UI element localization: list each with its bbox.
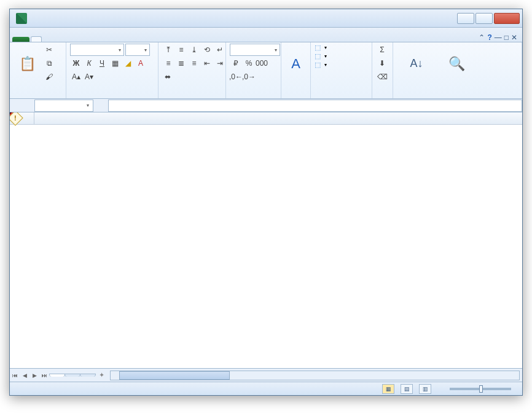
horizontal-scrollbar[interactable]	[110, 371, 520, 380]
font-name-combo[interactable]: ▾	[70, 44, 124, 56]
tab-review[interactable]	[86, 36, 97, 42]
page-break-view-button[interactable]: ▥	[419, 384, 431, 394]
zoom-slider[interactable]	[450, 388, 511, 390]
excel-logo-icon	[16, 13, 27, 24]
italic-button[interactable]: К	[83, 57, 95, 69]
find-icon: 🔍	[447, 55, 466, 73]
undo-button[interactable]	[45, 12, 59, 25]
tab-home[interactable]	[31, 36, 42, 42]
file-tab[interactable]	[12, 37, 29, 42]
name-box[interactable]: ▾	[34, 100, 93, 112]
new-sheet-button[interactable]: ✦	[95, 371, 108, 379]
tab-layout[interactable]	[53, 36, 64, 42]
paste-button[interactable]: 📋	[14, 44, 41, 84]
maximize-button[interactable]	[475, 13, 493, 24]
clipboard-icon: 📋	[18, 55, 36, 73]
tab-developer[interactable]	[108, 36, 119, 42]
sort-filter-button[interactable]: A↓	[397, 44, 436, 84]
tab-formulas[interactable]	[64, 36, 75, 42]
sheet-tab-1[interactable]	[49, 374, 65, 377]
clear-button[interactable]: ⌫	[376, 71, 388, 83]
doc-close-icon[interactable]: ✕	[511, 33, 517, 42]
merge-button[interactable]: ⬌	[162, 71, 173, 83]
currency-button[interactable]: ₽	[230, 57, 242, 69]
number-group-label	[230, 96, 277, 98]
tab-addins[interactable]	[119, 36, 130, 42]
doc-minimize-icon[interactable]: —	[495, 33, 502, 42]
copy-button[interactable]: ⧉	[43, 57, 55, 69]
shrink-font-button[interactable]: A▾	[83, 71, 95, 83]
bold-button[interactable]: Ж	[70, 57, 82, 69]
sheet-nav-next[interactable]: ▶	[29, 371, 39, 380]
increase-indent-button[interactable]: ⇥	[214, 57, 226, 69]
minimize-button[interactable]	[457, 13, 474, 24]
cut-button[interactable]: ✂	[43, 44, 55, 56]
wrap-text-button[interactable]: ↵	[214, 44, 226, 56]
increase-decimal-button[interactable]: ,0←	[230, 71, 242, 83]
help-icon[interactable]: ?	[487, 33, 491, 42]
qat-more-button[interactable]	[75, 12, 88, 25]
comma-button[interactable]: 000	[256, 57, 268, 69]
align-right-button[interactable]: ≡	[188, 57, 200, 69]
underline-button[interactable]: Ч	[96, 57, 108, 69]
font-group-label	[70, 96, 154, 98]
redo-button[interactable]	[60, 12, 74, 25]
tab-abbyy[interactable]	[141, 36, 152, 42]
tab-data[interactable]	[75, 36, 86, 42]
normal-view-button[interactable]: ▦	[382, 384, 394, 394]
fill-color-button[interactable]: ◢	[122, 57, 134, 69]
formula-bar-input[interactable]	[108, 100, 522, 112]
tab-view[interactable]	[97, 36, 108, 42]
clipboard-group-label	[14, 96, 62, 98]
ribbon-minimize-icon[interactable]: ⌃	[479, 33, 485, 42]
align-group-label	[162, 96, 222, 98]
tab-insert[interactable]	[42, 36, 53, 42]
border-button[interactable]: ▦	[109, 57, 121, 69]
styles-button[interactable]: A	[285, 44, 307, 84]
decrease-indent-button[interactable]: ⇤	[201, 57, 213, 69]
format-cells-button[interactable]: ⬚▾	[315, 61, 327, 69]
sheet-tab-3[interactable]	[80, 374, 96, 377]
align-bottom-button[interactable]: ⤓	[188, 44, 200, 56]
grow-font-button[interactable]: A▴	[70, 71, 82, 83]
align-middle-button[interactable]: ≡	[175, 44, 187, 56]
align-top-button[interactable]: ⤒	[162, 44, 174, 56]
font-size-combo[interactable]: ▾	[125, 44, 150, 56]
orientation-button[interactable]: ⟲	[201, 44, 213, 56]
percent-button[interactable]: %	[243, 57, 255, 69]
styles-icon: A	[287, 55, 305, 73]
font-color-button[interactable]: A	[135, 57, 147, 69]
find-select-button[interactable]: 🔍	[439, 44, 474, 84]
format-painter-button[interactable]: 🖌	[43, 71, 55, 83]
autosum-button[interactable]: Σ	[376, 44, 388, 56]
sheet-nav-last[interactable]: ⏭	[39, 371, 49, 380]
insert-cells-button[interactable]: ⬚▾	[315, 44, 327, 52]
sheet-nav-prev[interactable]: ◀	[20, 371, 29, 380]
delete-cells-button[interactable]: ⬚▾	[315, 52, 327, 60]
sheet-tab-2[interactable]	[65, 374, 80, 377]
close-button[interactable]	[494, 13, 520, 24]
sheet-nav-first[interactable]: ⏮	[10, 371, 20, 380]
tab-foxit[interactable]	[130, 36, 141, 42]
align-left-button[interactable]: ≡	[162, 57, 174, 69]
save-button[interactable]	[31, 12, 44, 25]
decrease-decimal-button[interactable]: ,0→	[243, 71, 255, 83]
doc-restore-icon[interactable]: □	[504, 33, 509, 42]
cells-group-label	[315, 96, 368, 98]
fill-button[interactable]: ⬇	[376, 57, 388, 69]
number-format-combo[interactable]: ▾	[230, 44, 280, 56]
align-center-button[interactable]: ≣	[175, 57, 187, 69]
page-layout-view-button[interactable]: ▤	[401, 384, 413, 394]
editing-group-label	[397, 96, 518, 98]
sort-icon: A↓	[407, 55, 426, 73]
